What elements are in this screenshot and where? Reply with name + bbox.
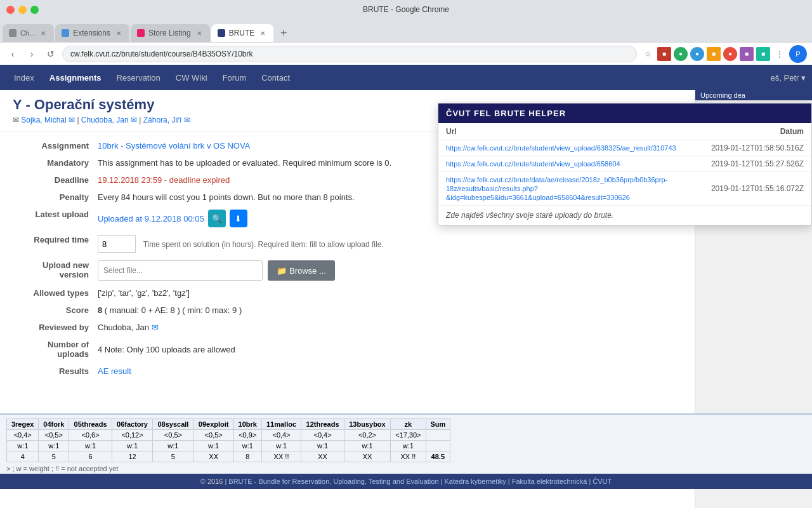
window-title: BRUTE - Google Chrome (363, 5, 449, 14)
tab-brute[interactable]: BRUTE ✕ (211, 24, 274, 42)
latest-upload-label: Latest upload (14, 206, 96, 231)
tab-close-extensions[interactable]: ✕ (114, 29, 123, 37)
address-input[interactable] (62, 46, 637, 62)
col-09exploit: 09exploit (193, 419, 233, 430)
tab-label-store: Store Listing (148, 29, 191, 37)
score-value: 8 (98, 305, 102, 315)
tab-favicon-ch (9, 29, 16, 37)
val-09exploit: XX (193, 451, 233, 462)
nav-user[interactable]: eš, Petr ▾ (771, 73, 806, 83)
deadline-label: Deadline (14, 172, 96, 188)
brute-helper-popup: ČVUT FEL BRUTE HELPER Url Datum https://… (438, 103, 812, 225)
ext6-icon[interactable]: ■ (740, 47, 754, 61)
tab-label-ch: Ch... (20, 29, 35, 37)
browse-button[interactable]: 📁 Browse ... (268, 260, 335, 281)
col-sum: Sum (426, 419, 450, 430)
results-link[interactable]: AE result (98, 366, 131, 376)
range-13busybox: <0,2> (344, 430, 390, 441)
tab-store[interactable]: Store Listing ✕ (131, 24, 210, 42)
teacher-zahora[interactable]: Záhora, Jiří ✉ (143, 116, 190, 124)
popup-link-1[interactable]: https://cw.felk.cvut.cz/brute/student/vi… (446, 144, 676, 152)
w-05threads: w:1 (69, 441, 112, 451)
ext4-icon[interactable]: ■ (707, 47, 721, 61)
upload-label: Upload new version (14, 257, 96, 284)
col-04fork: 04fork (39, 419, 69, 430)
num-uploads-label: Number of uploads (14, 337, 96, 362)
w-3regex: w:1 (7, 441, 39, 451)
popup-link-2[interactable]: https://cw.felk.cvut.cz/brute/student/vi… (446, 160, 620, 168)
reviewed-by-email[interactable]: ✉ (152, 323, 159, 332)
nav-contact[interactable]: Contact (254, 73, 298, 83)
popup-url-3: https://cw.felk.cvut.cz/brute/data/ae/re… (438, 172, 704, 206)
tab-close-store[interactable]: ✕ (195, 29, 204, 37)
menu-icon[interactable]: ⋮ (773, 47, 787, 61)
tab-ch[interactable]: Ch... ✕ (3, 24, 54, 42)
view-upload-button[interactable]: 🔍 (208, 210, 226, 227)
tab-label-extensions: Extensions (73, 29, 110, 37)
tab-extensions[interactable]: Extensions ✕ (55, 24, 129, 42)
profile-button[interactable]: P (789, 45, 807, 63)
new-tab-button[interactable]: + (275, 24, 292, 42)
range-12threads: <0,4> (301, 430, 344, 441)
footer-brute-link[interactable]: BRUTE - Bundle for Reservation, Uploadin… (228, 478, 442, 485)
popup-header: ČVUT FEL BRUTE HELPER (438, 104, 811, 123)
popup-datum-2: 2019-01-12T01:55:27.526Z (704, 156, 811, 172)
back-button[interactable]: ‹ (5, 46, 20, 62)
required-time-input[interactable] (98, 235, 136, 253)
teacher-chudoba[interactable]: Chudoba, Jan ✉ (81, 116, 137, 124)
tab-favicon-brute (218, 29, 225, 37)
val-3regex: 4 (7, 451, 39, 462)
w-08syscall: w:1 (153, 441, 193, 451)
nav-assignments[interactable]: Assignments (42, 73, 109, 83)
table-range-row: <0,4> <0,5> <0,6> <0,12> <0,5> <0,5> <0,… (7, 430, 450, 441)
ext7-icon[interactable]: ■ (756, 47, 770, 61)
nav-index[interactable]: Index (6, 73, 42, 83)
col-10brk: 10brk (233, 419, 261, 430)
popup-url-1: https://cw.felk.cvut.cz/brute/student/vi… (438, 140, 704, 156)
minimize-button[interactable] (18, 6, 27, 14)
address-bar: ‹ › ↺ ☆ ■ ● ● ■ ● ■ ■ ⋮ P (0, 42, 812, 65)
penalty-label: Penalty (14, 189, 96, 205)
file-input[interactable] (98, 260, 263, 281)
nav-cwwiki[interactable]: CW Wiki (168, 73, 215, 83)
page-content: Index Assignments Reservation CW Wiki Fo… (0, 65, 812, 508)
footer-fel-link[interactable]: Fakulta elektrotechnická | (512, 478, 591, 485)
col-13busybox: 13busybox (344, 419, 390, 430)
download-upload-button[interactable]: ⬇ (230, 210, 247, 227)
table-data-row: 4 5 6 12 5 XX 8 XX !! XX XX XX !! (7, 451, 450, 462)
range-sum (426, 430, 450, 441)
nav-forum[interactable]: Forum (215, 73, 254, 83)
nav-reservation[interactable]: Reservation (108, 73, 167, 83)
tab-close-brute[interactable]: ✕ (258, 29, 267, 37)
range-08syscall: <0,5> (153, 430, 193, 441)
reviewed-by-label: Reviewed by (14, 319, 96, 335)
ext1-icon[interactable]: ■ (657, 47, 671, 61)
bottom-section: 3regex 04fork 05threads 06factory 08sysc… (0, 413, 695, 476)
forward-button[interactable]: › (24, 46, 39, 62)
results-row: Results AE result (14, 363, 681, 379)
bottom-table-area: 3regex 04fork 05threads 06factory 08sysc… (0, 413, 695, 476)
w-zk: w:1 (391, 441, 426, 451)
latest-upload-link[interactable]: Uploaded at 9.12.2018 00:05 (98, 214, 204, 224)
reload-button[interactable]: ↺ (43, 46, 58, 62)
ext5-icon[interactable]: ● (723, 47, 737, 61)
maximize-button[interactable] (30, 6, 39, 14)
popup-link-3[interactable]: https://cw.felk.cvut.cz/brute/data/ae/re… (446, 176, 667, 201)
footer-cvut-link[interactable]: ČVUT (593, 478, 612, 485)
val-04fork: 5 (39, 451, 69, 462)
popup-footer: Zde najdeš všechny svoje staré uploady d… (438, 206, 811, 225)
close-button[interactable] (6, 6, 15, 14)
bookmark-icon[interactable]: ☆ (641, 47, 655, 61)
score-table: 3regex 04fork 05threads 06factory 08sysc… (6, 418, 450, 462)
upload-row: Upload new version 📁 Browse ... (14, 257, 681, 284)
results-cell: AE result (98, 363, 681, 379)
col-05threads: 05threads (69, 419, 112, 430)
footer-kybernetiky-link[interactable]: Katedra kybernetiky | (445, 478, 510, 485)
ext2-icon[interactable]: ● (674, 47, 688, 61)
tab-close-ch[interactable]: ✕ (39, 29, 48, 37)
popup-col-url: Url (438, 123, 704, 140)
teacher-sojka[interactable]: Sojka, Michal ✉ (21, 116, 75, 124)
popup-row-3: https://cw.felk.cvut.cz/brute/data/ae/re… (438, 172, 811, 206)
assignment-link[interactable]: 10brk - Systémové volání brk v OS NOVA (98, 141, 250, 150)
ext3-icon[interactable]: ● (690, 47, 704, 61)
